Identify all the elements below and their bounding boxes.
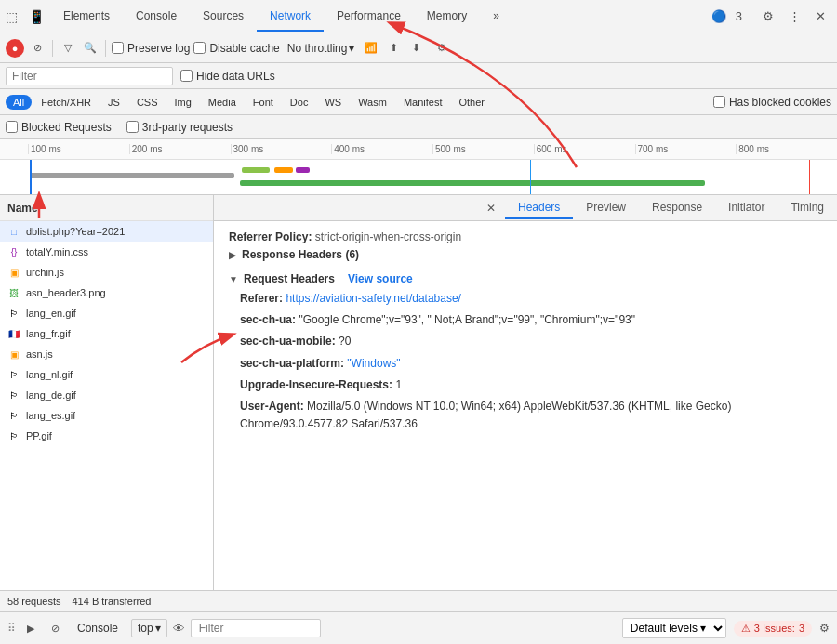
type-fetch-xhr[interactable]: Fetch/XHR xyxy=(33,95,99,110)
type-img[interactable]: Img xyxy=(167,95,199,110)
ruler-700ms: 700 ms xyxy=(635,144,737,154)
tab-memory[interactable]: Memory xyxy=(414,2,480,32)
filter-input[interactable] xyxy=(6,67,173,85)
file-list-panel: Name □ dblist.php?Year=2021 {} totalY.mi… xyxy=(0,195,214,590)
filter-button[interactable]: ▽ xyxy=(59,39,77,58)
type-wasm[interactable]: Wasm xyxy=(351,95,394,110)
issues-badge[interactable]: ⚠ 3 Issues: 3 xyxy=(734,621,812,637)
console-tab[interactable]: Console xyxy=(70,618,126,638)
file-icon-9: 🏳 xyxy=(7,409,20,422)
tab-sources[interactable]: Sources xyxy=(190,2,257,32)
stop-button[interactable]: ⊘ xyxy=(28,39,46,58)
console-drag-handle: ⠿ xyxy=(7,622,16,635)
tab-more[interactable]: » xyxy=(480,2,512,32)
file-name-10: PP.gif xyxy=(26,430,52,441)
file-item-9[interactable]: 🏳 lang_es.gif xyxy=(0,405,213,426)
console-bar-right: Default levels ▾ ⚠ 3 Issues: 3 ⚙ xyxy=(622,618,830,638)
status-bar: 58 requests 414 B transferred xyxy=(0,590,837,611)
console-top-arrow: ▾ xyxy=(155,622,161,635)
file-item-5[interactable]: 🇫🇷 lang_fr.gif xyxy=(0,323,213,344)
type-media[interactable]: Media xyxy=(201,95,244,110)
file-item-0[interactable]: □ dblist.php?Year=2021 xyxy=(0,221,213,242)
record-button[interactable]: ● xyxy=(6,39,24,58)
file-icon-0: □ xyxy=(7,225,20,238)
third-party-input[interactable] xyxy=(126,121,139,133)
response-headers-arrow: ▶ xyxy=(229,250,236,260)
inspect-icon[interactable]: ⬚ xyxy=(0,9,23,24)
throttle-selector[interactable]: No throttling ▾ xyxy=(284,40,359,57)
close-icon[interactable]: ✕ xyxy=(810,6,831,27)
file-item-7[interactable]: 🏳 lang_nl.gif xyxy=(0,364,213,385)
request-headers-title[interactable]: ▼ Request Headers View source xyxy=(229,269,822,288)
blocked-requests-check[interactable]: Blocked Requests xyxy=(6,121,112,134)
view-source-link[interactable]: View source xyxy=(348,272,413,285)
type-manifest[interactable]: Manifest xyxy=(396,95,450,110)
details-content: Referrer Policy: strict-origin-when-cros… xyxy=(214,221,837,590)
file-name-2: urchin.js xyxy=(26,267,64,278)
tab-network[interactable]: Network xyxy=(257,2,324,32)
timeline-line-blue xyxy=(530,160,531,195)
waterfall-bar-1 xyxy=(30,173,234,178)
search-button[interactable]: 🔍 xyxy=(81,39,100,58)
issues-icon: ⚠ xyxy=(741,623,751,635)
preserve-log-input[interactable] xyxy=(112,42,124,54)
disable-cache-check[interactable]: Disable cache xyxy=(193,42,279,55)
tab-performance[interactable]: Performance xyxy=(324,2,414,32)
type-other[interactable]: Other xyxy=(451,95,492,110)
type-js[interactable]: JS xyxy=(100,95,127,110)
wifi-icon[interactable]: 📶 xyxy=(362,39,380,58)
timeline-ruler: 100 ms 200 ms 300 ms 400 ms 500 ms 600 m… xyxy=(0,139,837,160)
file-item-8[interactable]: 🏳 lang_de.gif xyxy=(0,385,213,405)
file-icon-4: 🏳 xyxy=(7,307,20,320)
type-doc[interactable]: Doc xyxy=(283,95,316,110)
settings-icon[interactable]: ⚙ xyxy=(757,6,779,27)
ruler-200ms: 200 ms xyxy=(129,144,231,154)
console-stop-button[interactable]: ⊘ xyxy=(46,619,64,637)
type-ws[interactable]: WS xyxy=(317,95,349,110)
tab-elements[interactable]: Elements xyxy=(50,2,123,32)
type-css[interactable]: CSS xyxy=(129,95,166,110)
console-top-selector[interactable]: top ▾ xyxy=(131,619,167,637)
default-levels-select[interactable]: Default levels ▾ xyxy=(622,618,726,638)
response-headers-title[interactable]: ▶ Response Headers (6) xyxy=(229,245,822,264)
has-blocked-cookies-check[interactable]: Has blocked cookies xyxy=(713,96,831,109)
third-party-check[interactable]: 3rd-party requests xyxy=(126,121,232,134)
disable-cache-input[interactable] xyxy=(193,42,206,54)
file-item-2[interactable]: ▣ urchin.js xyxy=(0,262,213,283)
console-bar: ⠿ ▶ ⊘ Console top ▾ 👁 Default levels ▾ ⚠… xyxy=(0,611,837,644)
hide-data-urls-input[interactable] xyxy=(180,70,193,82)
details-panel: ✕ Headers Preview Response Initiator Tim… xyxy=(214,195,837,590)
file-item-10[interactable]: 🏳 PP.gif xyxy=(0,426,213,446)
header-row-upgrade: Upgrade-Insecure-Requests: 1 xyxy=(229,375,822,396)
blocked-requests-input[interactable] xyxy=(6,121,18,133)
details-tab-initiator[interactable]: Initiator xyxy=(715,197,777,219)
type-font[interactable]: Font xyxy=(246,95,281,110)
has-blocked-cookies-input[interactable] xyxy=(713,96,725,108)
console-filter-input[interactable] xyxy=(191,619,321,637)
details-close-button[interactable]: ✕ xyxy=(477,198,505,218)
tab-console[interactable]: Console xyxy=(123,2,190,32)
file-icon-7: 🏳 xyxy=(7,368,20,381)
device-icon[interactable]: 📱 xyxy=(23,9,50,24)
eye-icon[interactable]: 👁 xyxy=(173,622,185,636)
blocked-requests-bar: Blocked Requests 3rd-party requests xyxy=(0,115,837,139)
file-item-1[interactable]: {} totalY.min.css xyxy=(0,242,213,262)
issues-count-badge[interactable]: 🔵 3 xyxy=(706,6,753,27)
file-item-6[interactable]: ▣ asn.js xyxy=(0,344,213,364)
file-item-3[interactable]: 🖼 asn_header3.png xyxy=(0,283,213,303)
console-settings-icon[interactable]: ⚙ xyxy=(819,622,830,635)
download-icon[interactable]: ⬇ xyxy=(406,39,425,58)
details-tab-timing[interactable]: Timing xyxy=(777,197,837,219)
hide-data-urls-check[interactable]: Hide data URLs xyxy=(180,70,275,83)
file-list[interactable]: □ dblist.php?Year=2021 {} totalY.min.css… xyxy=(0,221,213,590)
type-all[interactable]: All xyxy=(6,95,32,110)
network-settings-icon[interactable]: ⚙ xyxy=(432,39,451,58)
console-play-button[interactable]: ▶ xyxy=(21,619,40,637)
file-item-4[interactable]: 🏳 lang_en.gif xyxy=(0,303,213,323)
preserve-log-check[interactable]: Preserve log xyxy=(112,42,190,55)
details-tab-preview[interactable]: Preview xyxy=(573,197,639,219)
details-tab-response[interactable]: Response xyxy=(639,197,715,219)
more-icon[interactable]: ⋮ xyxy=(783,6,806,27)
upload-icon[interactable]: ⬆ xyxy=(384,39,403,58)
details-tab-headers[interactable]: Headers xyxy=(505,197,573,219)
